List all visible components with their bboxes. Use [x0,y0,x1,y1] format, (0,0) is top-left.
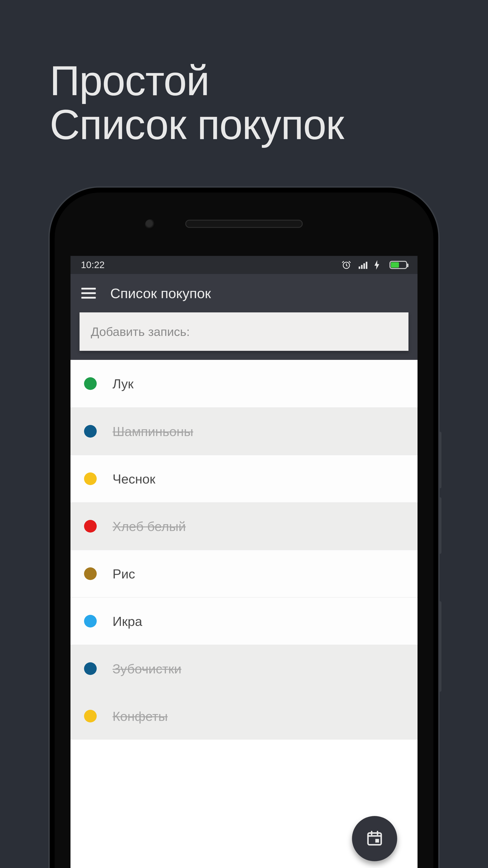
color-dot-icon [84,472,97,485]
menu-button[interactable] [81,288,96,299]
hamburger-icon [81,288,96,289]
add-entry-area [70,312,418,360]
list-item-label: Зубочистки [112,661,182,676]
volume-up-button[interactable] [438,432,442,488]
svg-rect-2 [361,265,363,269]
list-item-label: Шампиньоны [112,424,193,439]
calendar-icon [366,829,383,848]
phone-mockup: 10:22 [50,188,438,868]
list-item[interactable]: Хлеб белый [70,502,418,550]
screen: 10:22 [70,256,418,868]
svg-rect-1 [359,267,360,269]
promo-line-2: Список покупок [50,103,344,147]
list-item-label: Чеснок [112,471,156,487]
charging-icon [374,260,380,270]
promo-headline: Простой Список покупок [50,59,344,147]
front-camera-icon [145,219,156,230]
color-dot-icon [84,567,97,580]
color-dot-icon [84,520,97,532]
svg-rect-5 [368,833,381,845]
add-entry-field[interactable] [79,312,409,351]
list-item-label: Лук [112,376,133,391]
list-item[interactable]: Конфеты [70,692,418,740]
signal-icon [358,260,367,270]
status-time: 10:22 [81,259,105,270]
battery-icon [386,261,407,269]
svg-rect-6 [375,839,379,842]
color-dot-icon [84,710,97,722]
add-entry-input[interactable] [91,324,397,339]
calendar-fab[interactable] [352,816,397,861]
list-item-label: Рис [112,566,135,581]
list-item-label: Конфеты [112,709,168,724]
color-dot-icon [84,377,97,390]
list-item[interactable]: Шампиньоны [70,407,418,455]
list-item[interactable]: Рис [70,550,418,597]
power-button[interactable] [438,601,442,692]
volume-down-button[interactable] [438,497,442,554]
color-dot-icon [84,662,97,675]
list-item[interactable]: Икра [70,597,418,645]
phone-body: 10:22 [55,193,433,868]
earpiece-icon [185,220,303,228]
list-item-label: Икра [112,614,142,629]
svg-rect-3 [363,264,365,269]
shopping-list[interactable]: ЛукШампиньоныЧеснокХлеб белыйРисИкраЗубо… [70,360,418,868]
color-dot-icon [84,615,97,627]
list-item[interactable]: Зубочистки [70,645,418,692]
app-bar: Список покупок [70,274,418,312]
list-item[interactable]: Чеснок [70,455,418,502]
color-dot-icon [84,425,97,438]
app-title: Список покупок [110,285,211,301]
alarm-icon [341,260,351,270]
list-item[interactable]: Лук [70,360,418,407]
svg-rect-4 [366,262,367,269]
promo-line-1: Простой [50,59,344,103]
status-bar: 10:22 [70,256,418,274]
list-item-label: Хлеб белый [112,519,186,534]
